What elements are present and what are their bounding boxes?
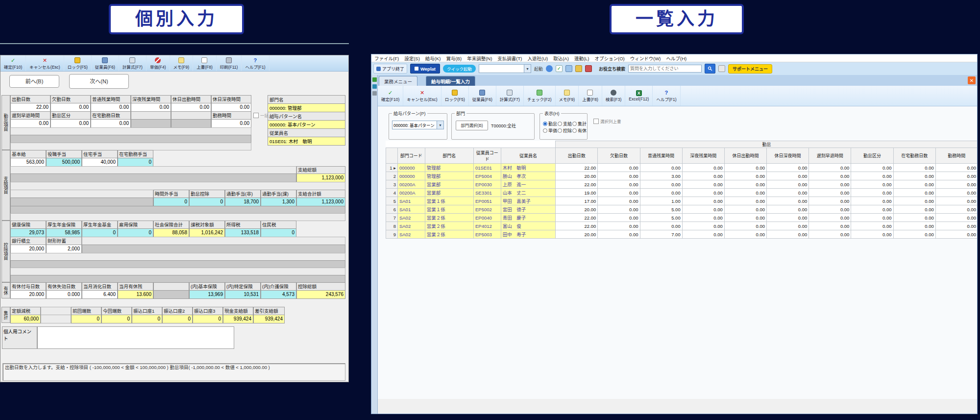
id-cell[interactable]: 宮田 徳子 (501, 205, 555, 214)
field-value[interactable]: 20.000 (10, 290, 46, 299)
menu-yearend[interactable]: 年末調整(N) (467, 55, 492, 62)
value-cell[interactable]: 0.00 (893, 197, 935, 205)
id-cell[interactable]: SA01 (397, 197, 425, 205)
value-cell[interactable]: 0.00 (767, 222, 809, 230)
value-cell[interactable]: 0.00 (598, 205, 640, 214)
field-value[interactable]: 0.00 (131, 103, 171, 112)
quick-launch-combobox[interactable]: ▼ (479, 64, 531, 73)
menu-payment-report[interactable]: 支払調書(T) (497, 55, 522, 62)
field-value[interactable]: 0 (261, 228, 296, 237)
employee-button[interactable]: 従業員(F6) (92, 55, 119, 71)
value-cell[interactable]: 0.00 (724, 230, 766, 239)
value-cell[interactable]: 0.00 (809, 172, 851, 180)
folder-icon[interactable] (575, 65, 582, 72)
value-cell[interactable]: 0.00 (682, 189, 724, 197)
value-cell[interactable]: 0.00 (935, 197, 978, 205)
field-value[interactable]: 0 (193, 315, 223, 323)
field-value[interactable]: 2,000 (46, 245, 82, 253)
field-value[interactable]: 0 (153, 198, 189, 206)
value-cell[interactable]: 0.00 (682, 164, 724, 172)
value-cell[interactable]: 0.00 (935, 189, 978, 197)
field-value[interactable]: 6.400 (82, 290, 118, 299)
tab-business-menu[interactable]: 業務メニュー (379, 76, 417, 86)
value-cell[interactable]: 0.00 (809, 230, 851, 239)
radio-koujo[interactable]: 控除 (558, 127, 572, 134)
value-cell[interactable]: 0.00 (598, 214, 640, 222)
value-cell[interactable]: 22.00 (556, 164, 598, 172)
help-search-input[interactable] (628, 65, 702, 73)
value-cell[interactable]: 0.00 (893, 189, 935, 197)
column-header-3[interactable]: 従業員名 (501, 148, 555, 164)
launch-label[interactable]: 起動 (534, 66, 543, 72)
id-cell[interactable]: EP5003 (473, 230, 501, 239)
support-menu-button[interactable]: サポートメニュー (728, 64, 772, 74)
menu-settings[interactable]: 設定(S) (404, 55, 420, 62)
column-header-2[interactable]: 従業員コード (473, 148, 501, 164)
value-cell[interactable]: 5.00 (640, 205, 682, 214)
gray-strip-icon[interactable] (372, 91, 377, 96)
employee-name-value[interactable]: 01SE01: 木村 敏明 (268, 137, 345, 146)
value-cell[interactable]: 0.00 (851, 180, 893, 189)
field-value[interactable]: 0 (118, 228, 153, 237)
value-cell[interactable]: 0.00 (893, 164, 935, 172)
field-value[interactable]: 0.00 (91, 119, 131, 128)
menu-help[interactable]: ヘルプ(H) (666, 55, 687, 62)
menu-hire-leave[interactable]: 入退社(U) (528, 55, 548, 62)
value-cell[interactable]: 0.00 (724, 180, 766, 189)
quick-launch-badge[interactable]: クイック起動 (443, 65, 476, 73)
field-value[interactable]: 0 (71, 315, 101, 323)
value-cell[interactable]: 0.00 (767, 197, 809, 205)
app-exit-button[interactable]: アプリ終了 (373, 64, 407, 74)
field-value[interactable]: 939,424 (223, 315, 253, 323)
id-cell[interactable]: SA02 (397, 230, 425, 239)
field-value[interactable]: 0.000 (46, 290, 82, 299)
value-cell[interactable]: 0.00 (809, 214, 851, 222)
value-cell[interactable]: 0.00 (935, 172, 978, 180)
value-cell[interactable]: 0.00 (851, 222, 893, 230)
id-cell[interactable]: 00200A (397, 180, 425, 189)
value-cell[interactable]: 0.00 (682, 197, 724, 205)
field-value[interactable]: 10,531 (225, 290, 261, 299)
column-header-13[interactable]: 勤務時間 (935, 148, 978, 164)
value-cell[interactable]: 20.00 (556, 205, 598, 214)
id-cell[interactable]: EP0040 (473, 214, 501, 222)
field-value[interactable]: 13,969 (189, 290, 225, 299)
menu-options[interactable]: オプション(O) (595, 55, 625, 62)
weplat-button[interactable]: Weplat (410, 64, 440, 74)
radio-shukei[interactable]: 集計 (572, 121, 587, 127)
field-value[interactable]: 0 (132, 315, 162, 323)
value-cell[interactable]: 0.00 (851, 197, 893, 205)
unit-price-button[interactable]: 単価(F4) (147, 55, 170, 71)
value-cell[interactable]: 0.00 (598, 222, 640, 230)
value-cell[interactable]: 0.00 (935, 180, 978, 189)
value-cell[interactable]: 3.00 (640, 172, 682, 180)
value-cell[interactable]: 5.00 (640, 214, 682, 222)
field-value[interactable]: 18,700 (225, 198, 261, 206)
id-cell[interactable]: SE3301 (473, 189, 501, 197)
field-value[interactable]: 20,000 (10, 245, 46, 253)
value-cell[interactable]: 0.00 (893, 180, 935, 189)
column-header-12[interactable]: 在宅勤務日数 (893, 148, 935, 164)
id-cell[interactable]: 山本 丈二 (501, 189, 555, 197)
selected-col-overwrite-checkbox[interactable]: 選択列上書 (593, 118, 621, 124)
field-value[interactable]: 500,000 (46, 158, 82, 167)
value-cell[interactable]: 0.00 (893, 172, 935, 180)
next-button[interactable]: 次へ(N) (69, 74, 129, 89)
excel-button[interactable]: XExcel(F12) (625, 86, 653, 106)
field-value[interactable]: 29,073 (10, 228, 46, 237)
column-header-4[interactable]: 出勤日数 (556, 148, 598, 164)
id-cell[interactable]: 上原 進一 (501, 180, 555, 189)
id-cell[interactable]: 営業部 (425, 189, 473, 197)
value-cell[interactable]: 0.00 (682, 222, 724, 230)
field-value[interactable]: 1,123,000 (296, 173, 345, 182)
field-value[interactable]: 58,985 (46, 228, 82, 237)
field-value[interactable]: 0.00 (50, 119, 91, 128)
column-header-0[interactable]: 部門コード (397, 148, 425, 164)
column-header-7[interactable]: 深夜残業時間 (682, 148, 724, 164)
field-value[interactable]: 0.00 (50, 103, 91, 112)
pattern-select[interactable]: 000000: 基本パターン▼ (392, 121, 444, 129)
field-value[interactable]: 0 (189, 198, 225, 206)
formula-button[interactable]: 計算式(F7) (496, 86, 524, 106)
column-header-5[interactable]: 欠勤日数 (598, 148, 640, 164)
search-button[interactable]: 検索(F3) (602, 86, 626, 106)
